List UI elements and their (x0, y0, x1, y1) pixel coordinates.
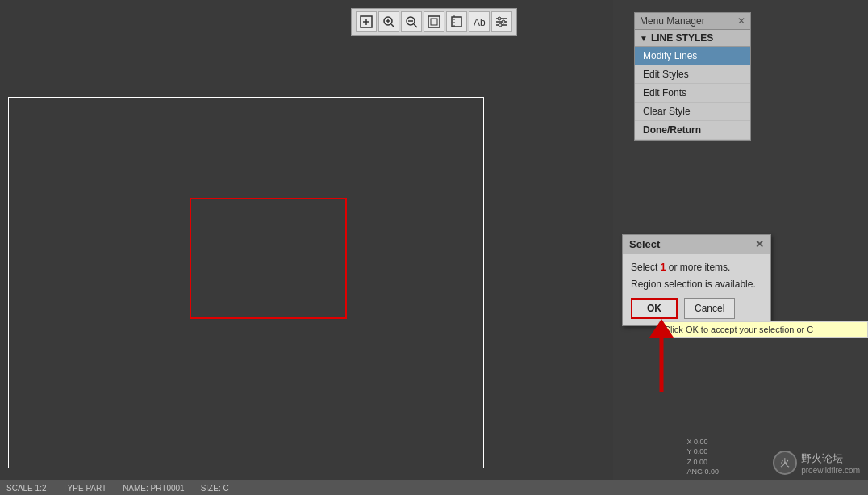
svg-rect-11 (431, 19, 437, 25)
selection-rectangle (190, 198, 347, 319)
svg-point-19 (502, 20, 505, 23)
svg-text:Ab: Ab (474, 17, 486, 28)
menu-item-modify-lines[interactable]: Modify Lines (635, 47, 750, 65)
canvas-area (0, 0, 613, 485)
select-highlight-number: 1 (661, 262, 666, 273)
svg-rect-12 (452, 17, 461, 27)
refit-button[interactable] (424, 11, 444, 32)
menu-manager-label: Menu Manager (640, 15, 705, 27)
svg-marker-22 (649, 319, 674, 338)
svg-point-20 (499, 23, 502, 27)
svg-line-4 (391, 24, 394, 27)
svg-point-18 (498, 17, 501, 20)
toolbar: Ab (351, 8, 517, 36)
stat-ang: ANG 0.00 (686, 467, 719, 477)
section-arrow-icon: ▼ (640, 34, 648, 43)
select-dialog-title-label: Select (629, 238, 660, 250)
watermark-logo: 火 (773, 451, 797, 475)
status-scale: SCALE 1:2 (6, 484, 46, 493)
watermark-text-block: 野火论坛 proewildfire.com (801, 451, 860, 475)
select-dialog-title-bar: Select ✕ (623, 235, 770, 254)
menu-item-clear-style[interactable]: Clear Style (635, 103, 750, 121)
stat-z: Z 0.00 (686, 457, 719, 468)
zoom-fit-button[interactable] (356, 11, 377, 32)
status-bar: SCALE 1:2 TYPE PART NAME: PRT0001 SIZE: … (0, 480, 868, 495)
hint-tooltip: Click OK to accept your selection or C (658, 321, 868, 338)
select-dialog: Select ✕ Select 1 or more items. Region … (622, 234, 771, 326)
stat-x: X 0.00 (686, 437, 719, 447)
menu-manager-panel: Menu Manager ✕ ▼ LINE STYLES Modify Line… (634, 12, 751, 141)
menu-section-label: LINE STYLES (651, 32, 713, 44)
select-dialog-close-button[interactable]: ✕ (755, 238, 764, 250)
zoom-in-button[interactable] (378, 11, 399, 32)
select-cancel-button[interactable]: Cancel (684, 298, 735, 319)
select-dialog-line1: Select 1 or more items. (631, 261, 762, 275)
stat-y: Y 0.00 (686, 447, 719, 457)
zoom-out-button[interactable] (401, 11, 422, 32)
svg-rect-10 (428, 16, 440, 27)
text-label-button[interactable]: Ab (469, 11, 490, 32)
svg-line-8 (414, 24, 417, 27)
status-type: TYPE PART (62, 484, 106, 493)
stats-panel: X 0.00 Y 0.00 Z 0.00 ANG 0.00 (686, 437, 719, 477)
crop-button[interactable] (446, 11, 467, 32)
config-button[interactable] (491, 11, 512, 32)
red-arrow-indicator (637, 315, 686, 396)
menu-manager-title-bar: Menu Manager ✕ (635, 13, 750, 30)
status-size: SIZE: C (201, 484, 229, 493)
menu-manager-close-button[interactable]: ✕ (737, 15, 745, 27)
status-name: NAME: PRT0001 (123, 484, 185, 493)
menu-item-edit-fonts[interactable]: Edit Fonts (635, 84, 750, 103)
select-dialog-line2: Region selection is available. (631, 278, 762, 292)
menu-section-header: ▼ LINE STYLES (635, 30, 750, 47)
menu-item-edit-styles[interactable]: Edit Styles (635, 65, 750, 84)
menu-item-done-return[interactable]: Done/Return (635, 121, 750, 140)
watermark: 火 野火论坛 proewildfire.com (773, 451, 860, 475)
